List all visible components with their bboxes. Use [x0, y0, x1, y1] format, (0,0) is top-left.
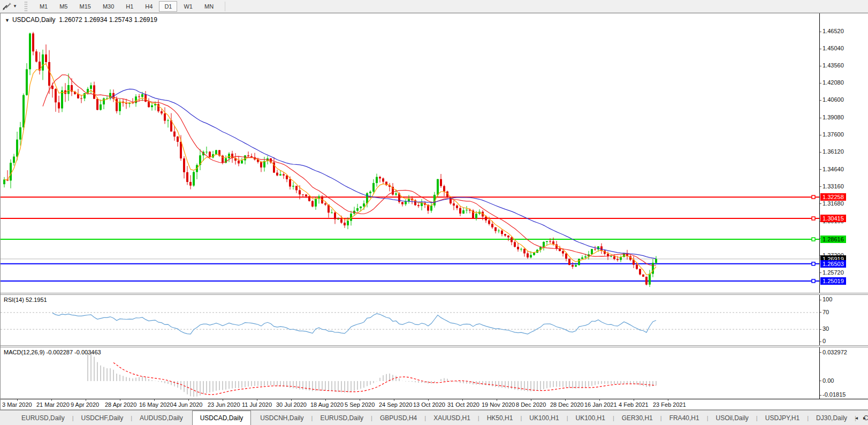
chart-tab-eurusd-daily[interactable]: EURUSD,Daily: [14, 412, 72, 425]
toolbar-grip-handle[interactable]: [25, 2, 27, 11]
price-axis-label: 1.42080: [823, 79, 844, 86]
timeframe-button-h4[interactable]: H4: [140, 1, 158, 12]
date-axis-label: 16 May 2020: [139, 401, 173, 408]
chart-tab-ger30-h1[interactable]: GER30,H1: [614, 412, 660, 425]
rsi-axis: 10070300: [819, 295, 867, 345]
timeframe-button-m30[interactable]: M30: [97, 1, 119, 12]
chart-window: 1.465201.450401.435601.420801.406001.390…: [0, 13, 868, 410]
chart-tab-dj30-daily[interactable]: DJ30,Daily: [809, 412, 855, 425]
date-axis-label: 4 Feb 2021: [619, 401, 649, 408]
date-tick-mark: [634, 399, 634, 401]
hline-price-tag: 1.28616: [820, 236, 846, 243]
axis-tick-mark: [820, 395, 821, 396]
date-axis-label: 19 Nov 2020: [482, 401, 515, 408]
chart-tab-hk50-h1[interactable]: HK50,H1: [479, 412, 521, 425]
date-tick-mark: [325, 399, 326, 401]
date-axis-label: 18 Aug 2020: [310, 401, 344, 408]
date-tick-mark: [223, 399, 223, 401]
timeframe-button-m15[interactable]: M15: [74, 1, 96, 12]
rsi-plot: [1, 295, 819, 345]
date-axis-label: 31 Oct 2020: [447, 401, 479, 408]
price-axis-label: 1.43560: [823, 62, 844, 69]
chart-tab-xauusd-h1[interactable]: XAUUSD,H1: [426, 412, 478, 425]
date-tick-mark: [154, 399, 155, 401]
macd-plot: [1, 347, 819, 399]
timeframe-button-m5[interactable]: M5: [54, 1, 73, 12]
timeframe-button-d1[interactable]: D1: [159, 1, 177, 12]
chart-title: ▼USDCAD,Daily 1.26072 1.26934 1.25743 1.…: [5, 16, 157, 24]
axis-tick-mark: [820, 100, 821, 101]
top-toolbar: ▼ M1M5M15M30H1H4D1W1MN: [0, 0, 868, 13]
axis-tick-mark: [820, 203, 821, 204]
macd-label: MACD(12,26,9) -0.002287 -0.003463: [4, 349, 101, 355]
chart-tab-usoil-daily[interactable]: USOil,Daily: [709, 412, 756, 425]
tab-scroll-right-icon[interactable]: ▸: [863, 415, 866, 421]
price-axis: 1.465201.450401.435601.420801.406001.390…: [819, 13, 867, 293]
cursor-tool-icon[interactable]: [2, 2, 12, 11]
axis-tick-mark: [820, 66, 821, 66]
chart-tab-bar: EURUSD,Daily|USDCHF,Daily|AUDUSD,Daily|U…: [0, 410, 868, 425]
chart-tab-uk100-h1[interactable]: UK100,H1: [522, 412, 566, 425]
price-axis-label: 1.37600: [823, 131, 844, 138]
axis-tick-mark: [820, 152, 821, 153]
price-axis-label: 1.34640: [823, 166, 844, 172]
chart-tab-audusd-daily[interactable]: AUDUSD,Daily: [132, 412, 191, 425]
hline-price-tag: 1.30415: [820, 215, 846, 222]
timeframe-button-mn[interactable]: MN: [199, 1, 219, 12]
hline-price-tag: 1.25019: [820, 277, 846, 285]
macd-axis-label: 0.00: [823, 377, 834, 384]
date-axis-label: 28 Apr 2020: [105, 401, 136, 408]
chart-tab-usdcad-daily[interactable]: USDCAD,Daily: [192, 411, 252, 425]
chart-tab-usdchf-daily[interactable]: USDCHF,Daily: [74, 412, 131, 425]
tab-scroll-left-icon[interactable]: ◂: [855, 415, 858, 421]
timeframe-button-m1[interactable]: M1: [34, 1, 53, 12]
macd-axis-label: -0.01815: [823, 391, 846, 398]
rsi-indicator-pane[interactable]: 10070300 RSI(14) 52.1951: [1, 295, 868, 345]
chart-tab-usdcnh-daily[interactable]: USDCNH,Daily: [253, 412, 311, 425]
chart-tab-gbpusd-h4[interactable]: GBPUSD,H4: [372, 412, 424, 425]
axis-tick-mark: [820, 49, 821, 49]
rsi-label: RSI(14) 52.1951: [4, 297, 47, 303]
hline-price-tag: 1.26503: [820, 260, 846, 268]
date-tick-mark: [531, 399, 531, 401]
date-tick-mark: [17, 399, 18, 401]
chart-tab-uk100-h1[interactable]: UK100,H1: [568, 412, 613, 425]
chart-tab-fra40-h1[interactable]: FRA40,H1: [662, 412, 707, 425]
rsi-axis-label: 70: [823, 309, 829, 315]
price-axis-label: 1.25720: [823, 269, 844, 276]
date-axis-label: 23 Feb 2021: [653, 401, 686, 408]
date-axis-label: 13 Oct 2020: [413, 401, 445, 408]
rsi-axis-label: 30: [823, 325, 829, 332]
axis-tick-mark: [820, 135, 821, 135]
price-axis-label: 1.45040: [823, 45, 844, 51]
ohlc-open: 1.26072: [59, 16, 82, 24]
date-tick-mark: [360, 399, 360, 401]
date-axis-label: 11 Jul 2020: [242, 401, 272, 408]
macd-indicator-pane[interactable]: 0.0329720.00-0.01815 MACD(12,26,9) -0.00…: [1, 347, 868, 399]
macd-axis: 0.0329720.00-0.01815: [819, 347, 867, 399]
date-tick-mark: [428, 399, 429, 401]
candlestick-chart[interactable]: [1, 13, 819, 293]
chart-tab-usdjpy-h1[interactable]: USDJPY,H1: [758, 412, 807, 425]
date-axis-label: 30 Jul 2020: [276, 401, 307, 408]
ohlc-close: 1.26919: [134, 16, 157, 24]
date-axis-label: 23 Jun 2020: [208, 401, 240, 408]
rsi-axis-label: 100: [823, 296, 832, 302]
chart-title-dropdown-icon[interactable]: ▼: [5, 18, 10, 23]
toolbar-separator: [225, 2, 225, 11]
date-tick-mark: [51, 399, 52, 401]
date-axis-label: 16 Jan 2021: [584, 401, 617, 408]
cursor-tool-dropdown-icon[interactable]: ▼: [13, 4, 17, 9]
date-axis-label: 4 Jun 2020: [173, 401, 202, 408]
date-axis-label: 24 Sep 2020: [379, 401, 412, 408]
date-axis-label: 8 Dec 2020: [516, 401, 546, 408]
axis-tick-mark: [820, 341, 821, 342]
price-chart-pane[interactable]: 1.465201.450401.435601.420801.406001.390…: [1, 13, 868, 293]
date-tick-mark: [120, 399, 120, 401]
timeframe-button-w1[interactable]: W1: [178, 1, 198, 12]
date-axis-label: 28 Dec 2020: [550, 401, 583, 408]
ohlc-high: 1.26934: [84, 16, 107, 24]
timeframe-button-h1[interactable]: H1: [120, 1, 139, 12]
chart-tab-eurusd-daily[interactable]: EURUSD,Daily: [313, 412, 371, 425]
axis-tick-mark: [820, 32, 821, 32]
